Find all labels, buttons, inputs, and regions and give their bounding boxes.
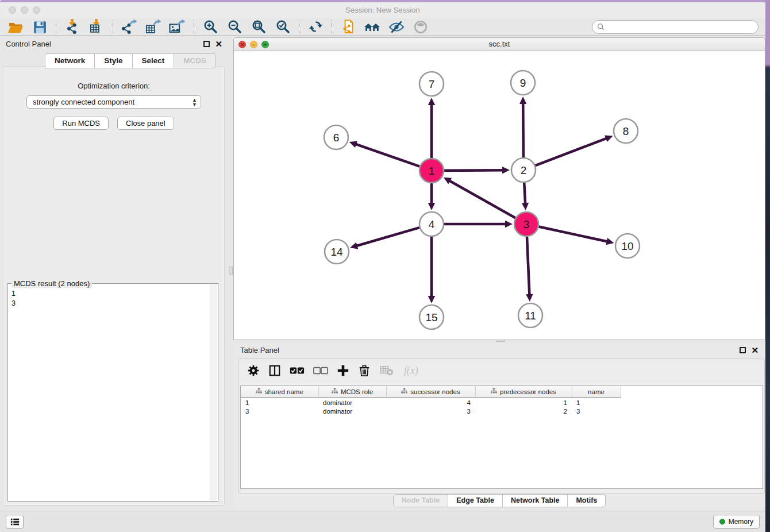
tab-edge-table[interactable]: Edge Table	[448, 495, 503, 507]
column-header-name[interactable]: name	[572, 386, 621, 398]
node-7[interactable]: 7	[419, 72, 444, 96]
hide-selected-button[interactable]	[384, 19, 409, 35]
node-14[interactable]: 14	[325, 240, 349, 264]
network-close-button[interactable]: ✕	[238, 41, 246, 48]
edge-3-11[interactable]	[526, 237, 533, 302]
show-all-button	[409, 19, 433, 35]
tab-style[interactable]: Style	[94, 53, 132, 68]
node-15[interactable]: 15	[419, 305, 444, 329]
node-2[interactable]: 2	[511, 158, 536, 182]
edge-3-10[interactable]	[539, 227, 614, 245]
node-10[interactable]: 10	[615, 234, 640, 258]
export-table-button[interactable]	[141, 19, 165, 35]
table-cell[interactable]: 1	[475, 398, 572, 407]
edge-1-4[interactable]	[428, 183, 435, 210]
settings-button[interactable]	[247, 363, 260, 380]
edge-2-9[interactable]	[519, 97, 526, 157]
edge-1-6[interactable]	[349, 141, 420, 166]
zoom-fit-button[interactable]	[247, 19, 271, 35]
export-image-button[interactable]	[165, 19, 190, 35]
column-header-predecessor-nodes[interactable]: predecessor nodes	[475, 386, 572, 398]
tab-node-table[interactable]: Node Table	[394, 495, 448, 507]
open-session-button[interactable]	[3, 19, 28, 35]
mcds-result-box: MCDS result (2 nodes) 13	[7, 283, 218, 502]
duplicate-network-button[interactable]	[336, 19, 360, 35]
close-table-panel-icon[interactable]: ✕	[751, 347, 759, 353]
table-cell[interactable]: 3	[241, 407, 318, 416]
edge-2-8[interactable]	[536, 135, 613, 165]
select-all-button[interactable]	[290, 363, 305, 380]
table-row[interactable]: 1dominator411	[241, 398, 621, 407]
table-cell[interactable]: dominator	[318, 407, 386, 416]
save-session-button[interactable]	[28, 19, 52, 35]
import-table-button[interactable]	[84, 19, 109, 35]
tab-network-table[interactable]: Network Table	[503, 495, 568, 507]
edge-3-1[interactable]	[444, 178, 515, 218]
network-zoom-button[interactable]: +	[261, 41, 269, 48]
edge-2-3[interactable]	[522, 183, 529, 210]
add-row-button[interactable]	[337, 363, 349, 380]
node-6[interactable]: 6	[324, 125, 348, 149]
table-cell[interactable]: 4	[386, 398, 475, 407]
zoom-selected-button[interactable]	[271, 19, 295, 35]
node-table[interactable]: shared nameMCDS rolesuccessor nodesprede…	[241, 386, 621, 416]
table-cell[interactable]: 3	[572, 407, 621, 416]
zoom-out-button[interactable]	[222, 19, 247, 35]
table-cell[interactable]: dominator	[318, 398, 386, 407]
export-network-button[interactable]	[117, 19, 141, 35]
network-canvas[interactable]: 7968124314101511	[234, 51, 765, 340]
node-8[interactable]: 8	[614, 119, 638, 143]
edge-1-2[interactable]	[444, 167, 510, 174]
vertical-splitter-grip[interactable]	[229, 267, 233, 275]
split-view-button[interactable]	[268, 363, 281, 380]
network-window-titlebar[interactable]: ✕ − + scc.txt	[234, 38, 765, 51]
search-box[interactable]	[592, 20, 759, 34]
table-row[interactable]: 3dominator323	[241, 407, 621, 416]
table-cell[interactable]: 3	[386, 407, 475, 416]
column-header-shared-name[interactable]: shared name	[241, 386, 318, 398]
run-mcds-button[interactable]: Run MCDS	[53, 117, 109, 130]
tab-mcds[interactable]: MCDS	[174, 53, 216, 68]
mcds-result-scrollbar[interactable]	[210, 284, 217, 500]
tab-motifs[interactable]: Motifs	[568, 495, 605, 507]
zoom-in-button[interactable]	[198, 19, 222, 35]
delete-table-icon	[379, 365, 394, 378]
delete-row-button[interactable]	[358, 363, 371, 380]
edge-4-14[interactable]	[350, 228, 419, 249]
import-network-button[interactable]	[60, 19, 84, 35]
node-label: 7	[429, 78, 435, 90]
edge-4-3[interactable]	[444, 221, 513, 228]
tab-select[interactable]: Select	[132, 53, 174, 68]
first-neighbors-button[interactable]	[360, 19, 384, 35]
edge-4-15[interactable]	[428, 237, 435, 303]
tab-network[interactable]: Network	[45, 53, 94, 68]
node-label: 15	[425, 311, 437, 323]
node-label: 9	[520, 77, 526, 89]
search-input[interactable]	[608, 23, 753, 32]
table-cell[interactable]: 1	[241, 398, 318, 407]
table-cell[interactable]: 1	[572, 398, 621, 407]
float-table-panel-icon[interactable]	[740, 347, 746, 353]
close-panel-button[interactable]: Close panel	[117, 117, 174, 130]
close-panel-icon[interactable]: ✕	[215, 41, 222, 47]
node-3[interactable]: 3	[514, 212, 538, 236]
node-1[interactable]: 1	[419, 159, 444, 183]
edge-1-7[interactable]	[428, 98, 435, 158]
node-4[interactable]: 4	[419, 212, 444, 236]
network-minimize-button[interactable]: −	[250, 41, 257, 48]
node-9[interactable]: 9	[511, 71, 535, 95]
task-history-button[interactable]	[6, 515, 24, 529]
column-header-MCDS-role[interactable]: MCDS role	[318, 386, 386, 398]
float-panel-icon[interactable]	[203, 41, 210, 47]
criterion-select[interactable]: strongly connected component ▲▼	[26, 95, 201, 109]
hierarchy-icon	[401, 388, 407, 395]
network-window-title: scc.txt	[234, 38, 765, 51]
column-header-successor-nodes[interactable]: successor nodes	[386, 386, 475, 398]
table-cell[interactable]: 2	[475, 407, 572, 416]
network-graph: 7968124314101511	[234, 51, 765, 338]
apply-layout-button[interactable]	[303, 19, 328, 35]
memory-button[interactable]: Memory	[713, 515, 760, 529]
node-11[interactable]: 11	[518, 303, 542, 327]
deselect-all-button[interactable]	[313, 363, 328, 380]
column-label: MCDS role	[341, 388, 373, 395]
